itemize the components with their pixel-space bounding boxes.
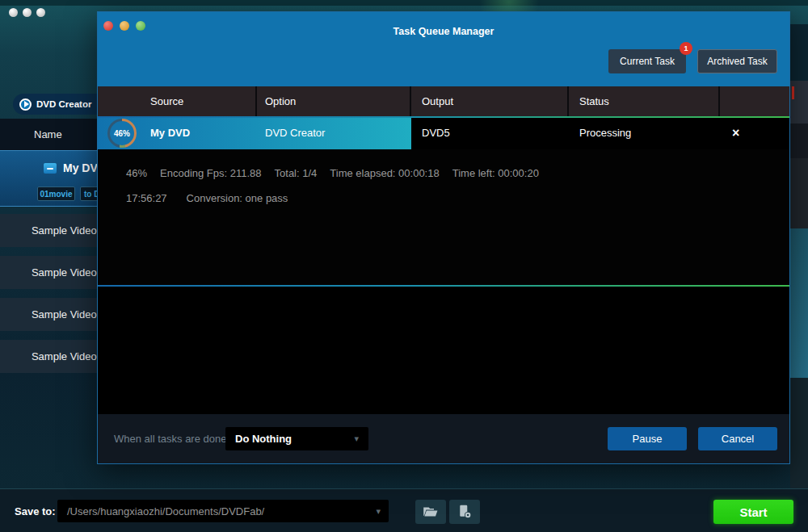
task-queue-manager-dialog: Task Queue Manager Current Task 1 Archiv… xyxy=(97,11,790,464)
arrow-right-circle-icon xyxy=(19,98,32,111)
dvd-creator-label: DVD Creator xyxy=(36,99,91,109)
cell-actions: × xyxy=(720,116,789,149)
dialog-header: Task Queue Manager Current Task 1 Archiv… xyxy=(98,12,789,86)
bottom-bar: Save to: /Users/huangxiaozhi/Documents/D… xyxy=(0,488,808,532)
desktop: DVD Creator Name My DVD DVD 01movie to D… xyxy=(0,0,808,532)
header-source: Source xyxy=(98,86,257,116)
task-detail-panel: 46% Encoding Fps: 211.88 Total: 1/4 Time… xyxy=(98,149,789,285)
badge-title-count: 01movie xyxy=(37,186,75,201)
detail-conversion: Conversion: one pass xyxy=(187,192,288,204)
detail-total: Total: 1/4 xyxy=(275,167,318,179)
header-output: Output xyxy=(411,86,569,116)
detail-line-1: 46% Encoding Fps: 211.88 Total: 1/4 Time… xyxy=(126,167,789,179)
device-icon xyxy=(457,505,473,519)
detail-percent: 46% xyxy=(126,167,147,179)
bg-window-sliver xyxy=(790,24,808,81)
tab-current-task[interactable]: Current Task xyxy=(608,49,686,73)
source-item-my-dvd[interactable]: My DVD DVD 01movie to DV xyxy=(0,150,101,207)
dropdown-value: Do Nothing xyxy=(235,433,292,445)
background-top-strip xyxy=(0,0,808,6)
current-task-count-badge: 1 xyxy=(680,42,692,55)
cell-status: Processing xyxy=(569,116,720,149)
save-to-label: Save to: xyxy=(15,489,56,532)
start-button[interactable]: Start xyxy=(713,500,793,524)
list-item-sample-video[interactable]: Sample Video- xyxy=(0,214,101,247)
header-status: Status xyxy=(569,86,720,116)
list-item-sample-video[interactable]: Sample Video- xyxy=(0,298,101,331)
list-item-sample-video[interactable]: Sample Video- xyxy=(0,340,101,373)
save-path-value: /Users/huangxiaozhi/Documents/DVDFab/ xyxy=(67,505,264,517)
detail-left: Time left: 00:00:20 xyxy=(452,167,539,179)
folder-icon xyxy=(423,505,439,518)
detail-line-2: 17:56:27 Conversion: one pass xyxy=(126,192,789,204)
dialog-footer: When all tasks are done: Do Nothing ▾ Pa… xyxy=(98,414,789,463)
when-done-dropdown[interactable]: Do Nothing ▾ xyxy=(225,427,368,450)
row-top-separator xyxy=(98,116,789,118)
task-row[interactable]: 46% My DVD DVD Creator DVD5 Processing × xyxy=(98,116,789,149)
bg-window-sliver xyxy=(790,378,808,488)
chevron-down-icon: ▾ xyxy=(354,434,359,444)
header-actions xyxy=(720,86,789,116)
bg-window-sliver xyxy=(790,158,808,228)
checkbox-indeterminate[interactable] xyxy=(44,163,57,174)
detail-fps: Encoding Fps: 211.88 xyxy=(160,167,262,179)
when-done-label: When all tasks are done: xyxy=(114,414,229,463)
device-output-button[interactable] xyxy=(449,500,480,524)
detail-time: 17:56:27 xyxy=(126,192,167,204)
cell-output: DVD5 xyxy=(411,116,569,149)
save-path-dropdown[interactable]: /Users/huangxiaozhi/Documents/DVDFab/ ▾ xyxy=(57,500,389,522)
column-header-name: Name xyxy=(0,119,101,150)
queue-empty-area xyxy=(98,287,789,414)
cancel-task-icon[interactable]: × xyxy=(732,127,739,140)
bg-minimize-button[interactable] xyxy=(23,8,32,17)
cell-option: DVD Creator xyxy=(257,116,411,149)
bg-close-button[interactable] xyxy=(9,8,18,17)
name-header-label: Name xyxy=(34,128,62,140)
bg-red-indicator xyxy=(792,86,794,99)
list-item-sample-video[interactable]: Sample Video- xyxy=(0,256,101,289)
open-folder-button[interactable] xyxy=(415,500,446,524)
header-option: Option xyxy=(257,86,411,116)
cancel-button[interactable]: Cancel xyxy=(698,427,777,450)
pause-button[interactable]: Pause xyxy=(608,427,687,450)
bg-window-sliver xyxy=(790,228,808,378)
chevron-down-icon[interactable]: ▾ xyxy=(376,506,381,517)
sidebar-tab-dvd-creator[interactable]: DVD Creator xyxy=(13,94,103,115)
bg-window-sliver xyxy=(790,124,808,158)
tab-archived-task[interactable]: Archived Task xyxy=(697,49,777,73)
detail-elapsed: Time elapsed: 00:00:18 xyxy=(330,167,439,179)
bg-zoom-button[interactable] xyxy=(36,8,45,17)
dialog-title: Task Queue Manager xyxy=(98,26,789,37)
table-header: Source Option Output Status xyxy=(98,86,789,116)
cell-source: My DVD xyxy=(98,116,257,149)
